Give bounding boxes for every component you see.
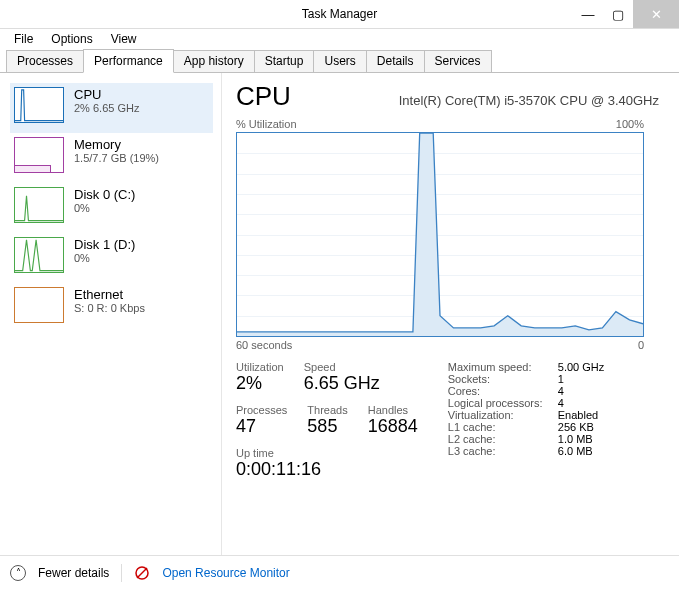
sidebar-disk0-title: Disk 0 (C:) <box>74 187 135 202</box>
sidebar-memory-sub: 1.5/7.7 GB (19%) <box>74 152 159 164</box>
svg-line-2 <box>137 568 147 578</box>
sidebar-cpu-title: CPU <box>74 87 139 102</box>
open-resource-monitor-link[interactable]: Open Resource Monitor <box>162 566 289 580</box>
minimize-button[interactable]: — <box>573 0 603 28</box>
utilization-value: 2% <box>236 373 284 394</box>
uptime-value: 0:00:11:16 <box>236 459 418 480</box>
l2-label: L2 cache: <box>448 433 558 445</box>
sockets-value: 1 <box>558 373 564 385</box>
logical-value: 4 <box>558 397 564 409</box>
tab-processes[interactable]: Processes <box>6 50 84 72</box>
sidebar-item-disk1[interactable]: Disk 1 (D:) 0% <box>10 233 213 283</box>
sidebar-item-cpu[interactable]: CPU 2% 6.65 GHz <box>10 83 213 133</box>
processes-value: 47 <box>236 416 287 437</box>
memory-thumb-icon <box>14 137 64 173</box>
menu-file[interactable]: File <box>6 30 41 48</box>
maxspeed-label: Maximum speed: <box>448 361 558 373</box>
resource-monitor-icon[interactable] <box>134 565 150 581</box>
processes-label: Processes <box>236 404 287 416</box>
tabstrip: Processes Performance App history Startu… <box>0 49 679 73</box>
sidebar: CPU 2% 6.65 GHz Memory 1.5/7.7 GB (19%) … <box>0 73 222 555</box>
tab-services[interactable]: Services <box>424 50 492 72</box>
virtualization-value: Enabled <box>558 409 598 421</box>
sidebar-item-disk0[interactable]: Disk 0 (C:) 0% <box>10 183 213 233</box>
l1-value: 256 KB <box>558 421 594 433</box>
chevron-up-icon[interactable]: ˄ <box>10 565 26 581</box>
footer: ˄ Fewer details Open Resource Monitor <box>0 555 679 589</box>
maximize-button[interactable]: ▢ <box>603 0 633 28</box>
logical-label: Logical processors: <box>448 397 558 409</box>
ethernet-thumb-icon <box>14 287 64 323</box>
sidebar-disk1-title: Disk 1 (D:) <box>74 237 135 252</box>
chart-ytitle: % Utilization <box>236 118 297 130</box>
disk1-thumb-icon <box>14 237 64 273</box>
utilization-label: Utilization <box>236 361 284 373</box>
tab-details[interactable]: Details <box>366 50 425 72</box>
handles-label: Handles <box>368 404 418 416</box>
tab-startup[interactable]: Startup <box>254 50 315 72</box>
sidebar-memory-title: Memory <box>74 137 159 152</box>
sidebar-item-memory[interactable]: Memory 1.5/7.7 GB (19%) <box>10 133 213 183</box>
chart-ymax: 100% <box>616 118 644 130</box>
sidebar-ethernet-sub: S: 0 R: 0 Kbps <box>74 302 145 314</box>
handles-value: 16884 <box>368 416 418 437</box>
threads-value: 585 <box>307 416 347 437</box>
cores-value: 4 <box>558 385 564 397</box>
speed-label: Speed <box>304 361 380 373</box>
tab-performance[interactable]: Performance <box>83 49 174 73</box>
l2-value: 1.0 MB <box>558 433 593 445</box>
l3-value: 6.0 MB <box>558 445 593 457</box>
menu-options[interactable]: Options <box>43 30 100 48</box>
virtualization-label: Virtualization: <box>448 409 558 421</box>
disk0-thumb-icon <box>14 187 64 223</box>
sidebar-ethernet-title: Ethernet <box>74 287 145 302</box>
close-button[interactable]: ✕ <box>633 0 679 28</box>
l1-label: L1 cache: <box>448 421 558 433</box>
content-pane: CPU Intel(R) Core(TM) i5-3570K CPU @ 3.4… <box>222 73 679 555</box>
cpu-model: Intel(R) Core(TM) i5-3570K CPU @ 3.40GHz <box>399 93 659 108</box>
threads-label: Threads <box>307 404 347 416</box>
menubar: File Options View <box>0 29 679 49</box>
sidebar-disk0-sub: 0% <box>74 202 135 214</box>
sockets-label: Sockets: <box>448 373 558 385</box>
cores-label: Cores: <box>448 385 558 397</box>
sidebar-disk1-sub: 0% <box>74 252 135 264</box>
page-title: CPU <box>236 81 291 112</box>
tab-app-history[interactable]: App history <box>173 50 255 72</box>
uptime-label: Up time <box>236 447 418 459</box>
speed-value: 6.65 GHz <box>304 373 380 394</box>
sidebar-cpu-sub: 2% 6.65 GHz <box>74 102 139 114</box>
l3-label: L3 cache: <box>448 445 558 457</box>
divider <box>121 564 122 582</box>
titlebar: Task Manager — ▢ ✕ <box>0 0 679 29</box>
fewer-details-link[interactable]: Fewer details <box>38 566 109 580</box>
maxspeed-value: 5.00 GHz <box>558 361 604 373</box>
tab-users[interactable]: Users <box>313 50 366 72</box>
window-title: Task Manager <box>302 7 377 21</box>
chart-xright: 0 <box>638 339 644 351</box>
cpu-utilization-chart <box>236 132 644 337</box>
sidebar-item-ethernet[interactable]: Ethernet S: 0 R: 0 Kbps <box>10 283 213 333</box>
cpu-thumb-icon <box>14 87 64 123</box>
cpu-details-list: Maximum speed:5.00 GHz Sockets:1 Cores:4… <box>448 361 604 490</box>
chart-xleft: 60 seconds <box>236 339 292 351</box>
menu-view[interactable]: View <box>103 30 145 48</box>
